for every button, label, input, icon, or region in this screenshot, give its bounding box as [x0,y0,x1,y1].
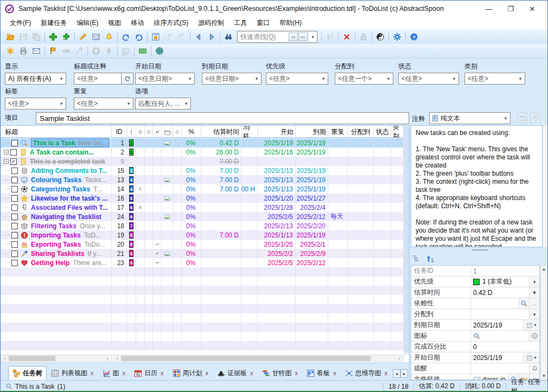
menu-item[interactable]: 新建任务 [36,17,72,29]
task-title-cell[interactable]: +✓This is a completed task [1,157,112,166]
attribute-list-icon[interactable] [412,254,420,263]
new-subtask-icon[interactable] [60,31,73,43]
task-checkbox[interactable] [11,260,18,266]
menu-item[interactable]: 帮助(H) [275,17,307,29]
link-icon[interactable] [60,45,73,57]
comments-date-button[interactable] [517,113,527,123]
scroll-right-icon[interactable]: › [104,356,111,361]
refresh-icon[interactable] [122,73,133,85]
task-row[interactable]: Getting HelpThere are...2390%2025/2/5202… [1,258,404,267]
task-row[interactable]: Associated Files with T...1760%2025/1/28… [1,203,404,212]
chevron-down-icon[interactable]: ▾ [529,277,539,287]
project-input[interactable] [36,112,409,124]
menu-item[interactable]: 文件(F) [5,17,36,29]
calendar-icon[interactable]: ▾ [523,352,539,363]
task-checkbox[interactable] [10,149,17,156]
task-checkbox[interactable] [11,140,18,146]
view-tab-item[interactable]: 思维导图x [341,366,392,380]
column-header[interactable]: 重复 [328,126,348,138]
task-row[interactable]: Sharing TasklistsIf y...2190%2025/2/2202… [1,249,404,258]
task-row[interactable]: Navigating the Tasklist2460%2025/2/52025… [1,212,404,221]
view-tab-item[interactable]: 周计划x [168,366,213,380]
attribute-value[interactable]: 1 (非常低) [482,277,512,286]
find-tasks-icon[interactable] [222,31,235,43]
email-icon[interactable] [30,45,43,57]
attribute-value[interactable]: doors.jp [482,376,506,381]
reminder-col-icon[interactable] [173,126,182,138]
scroll-icon[interactable] [119,45,132,57]
spur-icon[interactable] [4,45,17,57]
tab-close-icon[interactable]: x [250,370,253,376]
task-comments-text[interactable]: New tasks can be created using: 1. The '… [411,125,543,247]
tab-scroll-left-icon[interactable]: ◂ [393,369,400,378]
search-icon[interactable] [519,298,529,309]
card-icon[interactable] [90,31,103,43]
column-header[interactable]: 估算时间 [201,126,241,138]
column-header[interactable]: 开始 [258,126,296,138]
menu-item[interactable]: 源码控制 [193,17,229,29]
save-icon[interactable] [17,31,30,43]
task-title-cell[interactable]: Colouring TasksTasks... [1,175,112,184]
tab-scroll-right-icon[interactable]: ▸ [400,369,408,378]
chevron-down-icon[interactable]: ▾ [308,31,317,42]
attribute-scrollbar[interactable]: ▲▼ [540,265,547,380]
ellipsis-button[interactable]: … [529,298,539,309]
task-row[interactable]: Categorizing TasksT...1440%7.00 D0.00 H2… [1,184,404,194]
next-task-icon[interactable] [205,31,218,43]
close-button[interactable]: ✕ [521,2,543,16]
reminder-bell-icon[interactable] [103,31,116,43]
task-checkbox[interactable] [11,204,18,211]
filter-select[interactable]: <任意日期>▾ [135,73,195,85]
donate-icon[interactable] [136,45,149,57]
attribute-value[interactable]: 0 [473,343,477,351]
column-header[interactable]: 到期 [296,126,328,138]
attribute-sort-icon[interactable] [426,254,435,263]
scroll-right-icon[interactable]: › [396,356,403,361]
find-prev-icon[interactable]: ⇦ [289,33,298,41]
tab-close-icon[interactable]: x [333,370,336,376]
task-row[interactable]: Colouring TasksTasks...1340%7.00 D2025/1… [1,175,404,184]
delete-task-icon[interactable] [340,31,353,43]
filter-select[interactable]: <任意>▾ [398,73,459,85]
tab-close-icon[interactable]: x [206,370,209,376]
view-tab-active[interactable]: 任务树 [8,366,47,380]
filter-select[interactable]: 匹配任何人, ...▾ [135,98,191,110]
task-checkbox[interactable] [11,223,18,229]
comments-format-select[interactable]: 纯文本 ▾ [429,112,511,124]
column-header[interactable]: % [182,126,201,138]
columns-horizontal-scrollbar[interactable]: ‹› [113,355,404,362]
task-title-cell[interactable]: Categorizing TasksT... [1,184,112,194]
filter-select[interactable]: <任意一个>▾ [335,73,393,85]
attribute-value[interactable]: 1 [473,267,477,275]
view-tab-item[interactable]: 看板x [302,366,341,380]
print-icon[interactable] [17,45,30,57]
time-col-icon[interactable] [145,126,153,138]
view-tab-item[interactable]: 列表视图x [47,366,98,380]
attribute-value[interactable]: 2025/1/19 [473,354,502,362]
task-checkbox[interactable] [11,232,18,239]
task-title-cell[interactable]: Sharing TasklistsIf y... [1,249,112,258]
menu-item[interactable]: 排序方式(S) [149,17,193,29]
task-row[interactable]: +A Task can contain...210%26.00 D2025/1/… [1,147,404,157]
preferences-gear-icon[interactable] [391,31,404,43]
view-tab-item[interactable]: 证据板x [213,366,258,380]
column-header[interactable]: ID [112,126,127,138]
task-row[interactable]: Exporting TasksToDo...2080%2025/1/252025… [1,240,404,249]
recurrence-col-icon[interactable] [153,126,162,138]
comments-clock-button[interactable] [530,113,540,123]
menu-item[interactable]: 编辑(E) [72,17,103,29]
task-title-cell[interactable]: Importing TasksToD... [1,230,112,240]
tab-close-icon[interactable]: x [123,370,126,376]
task-checkbox[interactable]: ✓ [10,158,17,165]
bell-icon[interactable] [529,363,539,374]
expand-icon[interactable]: + [4,150,9,155]
task-row[interactable]: Adding Comments to T...1530%7.00 D2025/1… [1,166,404,175]
web-icon[interactable] [153,45,166,57]
minimize-button[interactable]: — [478,2,500,16]
chevron-down-icon[interactable]: ▾ [529,309,539,319]
task-row[interactable]: This is a TaskNew tas...110%0.42 D2025/1… [1,138,404,147]
lock-icon[interactable] [357,31,370,43]
column-header[interactable]: 分配到 [348,126,374,138]
help-icon[interactable]: ? [407,31,420,43]
task-title-cell[interactable]: Associated Files with T... [1,203,112,212]
